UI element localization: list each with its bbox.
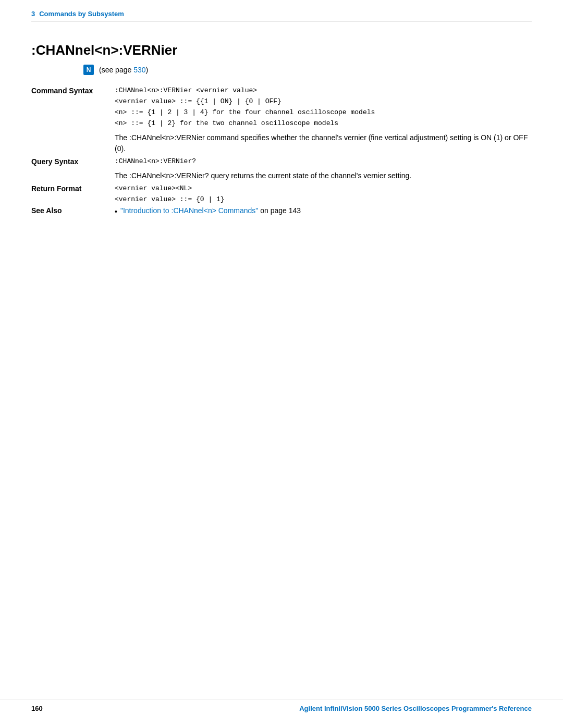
command-syntax-line-1: :CHANnel<n>:VERNier <vernier value> (115, 87, 532, 94)
see-also-bullet-1: • "Introduction to :CHANnel<n> Commands"… (115, 206, 532, 216)
footer: 160 Agilent InfiniiVision 5000 Series Os… (0, 699, 563, 712)
command-syntax-content: :CHANnel<n>:VERNier <vernier value> <ver… (115, 87, 532, 157)
main-content: :CHANnel<n>:VERNier N (see page 530) Com… (0, 27, 563, 247)
see-page-suffix: ) (146, 66, 149, 74)
top-bar: 3Commands by Subsystem (0, 0, 563, 27)
query-syntax-description: The :CHANnel<n>:VERNier? query returns t… (115, 170, 532, 181)
query-syntax-label-cell: Query Syntax (31, 157, 115, 184)
see-page-prefix: (see page (99, 66, 133, 74)
page-container: 3Commands by Subsystem :CHANnel<n>:VERNi… (0, 0, 563, 728)
n-badge: N (83, 65, 94, 75)
chapter-label: Commands by Subsystem (39, 10, 124, 18)
see-also-label: See Also (31, 206, 62, 215)
see-page-row: N (see page 530) (83, 65, 532, 75)
command-syntax-line-2: <vernier value> ::= {{1 | ON} | {0 | OFF… (115, 97, 532, 105)
see-page-text: (see page 530) (99, 66, 148, 74)
footer-page-number: 160 (31, 705, 43, 712)
footer-document-title: Agilent InfiniiVision 5000 Series Oscill… (299, 705, 532, 712)
see-also-row: See Also • "Introduction to :CHANnel<n> … (31, 206, 532, 216)
see-page-number: 530 (133, 66, 145, 74)
query-syntax-row: Query Syntax :CHANnel<n>:VERNier? The :C… (31, 157, 532, 184)
see-also-suffix-1: on page 143 (258, 206, 301, 215)
bullet-dot: • (115, 207, 117, 216)
query-syntax-line: :CHANnel<n>:VERNier? (115, 157, 532, 165)
return-format-content: <vernier value><NL> <vernier value> ::= … (115, 184, 532, 206)
command-syntax-line-3: <n> ::= {1 | 2 | 3 | 4} for the four cha… (115, 108, 532, 116)
return-format-row: Return Format <vernier value><NL> <verni… (31, 184, 532, 206)
return-format-label-cell: Return Format (31, 184, 115, 206)
return-format-line-1: <vernier value><NL> (115, 184, 532, 192)
command-syntax-line-4: <n> ::= {1 | 2} for the two channel osci… (115, 119, 532, 127)
query-syntax-label: Query Syntax (31, 157, 78, 166)
return-format-label: Return Format (31, 184, 81, 193)
section-title: :CHANnel<n>:VERNier (31, 42, 532, 58)
see-also-link-1[interactable]: "Introduction to :CHANnel<n> Commands" (120, 206, 258, 215)
see-also-label-cell: See Also (31, 206, 115, 216)
top-divider (31, 21, 532, 21)
return-format-line-2: <vernier value> ::= {0 | 1} (115, 195, 532, 203)
see-page-link[interactable]: 530 (133, 66, 145, 74)
query-syntax-content: :CHANnel<n>:VERNier? The :CHANnel<n>:VER… (115, 157, 532, 184)
command-syntax-description: The :CHANnel<n>:VERNier command specifie… (115, 132, 532, 154)
command-syntax-label-cell: Command Syntax (31, 87, 115, 157)
command-syntax-label: Command Syntax (31, 87, 93, 95)
content-table: Command Syntax :CHANnel<n>:VERNier <vern… (31, 87, 532, 216)
chapter-number: 3 (31, 10, 35, 18)
command-syntax-row: Command Syntax :CHANnel<n>:VERNier <vern… (31, 87, 532, 157)
see-also-item: "Introduction to :CHANnel<n> Commands" o… (120, 206, 301, 215)
see-also-content: • "Introduction to :CHANnel<n> Commands"… (115, 206, 532, 216)
